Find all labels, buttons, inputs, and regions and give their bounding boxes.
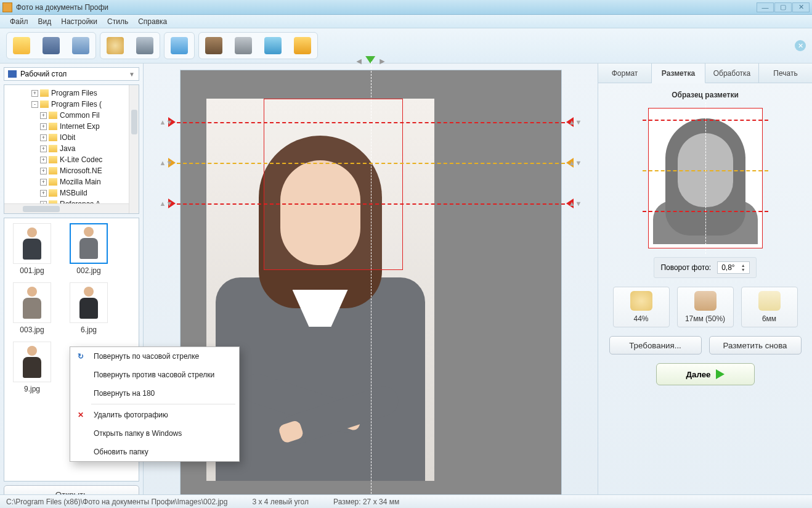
window-controls: — ▢ ✕ xyxy=(757,2,810,12)
tab-print[interactable]: Печать xyxy=(759,63,812,83)
metric-height[interactable]: 17мм (50%) xyxy=(677,287,734,327)
folder-tree[interactable]: +Program Files-Program Files (+Common Fi… xyxy=(4,84,139,214)
spinner-buttons[interactable]: ▲▼ xyxy=(741,263,745,272)
thumbnail-image xyxy=(70,223,108,264)
thumbnail-image xyxy=(13,342,51,382)
tree-label: K-Lite Codec xyxy=(60,155,102,164)
next-button[interactable]: Далее xyxy=(656,363,755,385)
close-button[interactable]: ✕ xyxy=(792,2,810,12)
tree-vscrollbar[interactable] xyxy=(129,85,139,213)
rotate-spinner[interactable]: 0,8° ▲▼ xyxy=(717,261,749,274)
status-path: C:\Program Files (x86)\Фото на документы… xyxy=(6,498,227,506)
help-button[interactable] xyxy=(200,34,227,57)
window-title: Фото на документы Профи xyxy=(16,3,757,12)
camera-button[interactable] xyxy=(131,34,158,57)
toolbar-close-button[interactable]: ✕ xyxy=(795,40,806,51)
thumbnail[interactable]: 002.jpg xyxy=(66,223,112,275)
ctx-rotate-ccw[interactable]: Повернуть против часовой стрелки xyxy=(70,366,239,384)
tree-node[interactable]: +IObit xyxy=(6,132,137,143)
menu-help[interactable]: Справка xyxy=(133,15,172,28)
thumbnail-image xyxy=(70,282,108,323)
tree-toggle[interactable]: + xyxy=(40,145,47,152)
thumbnail-filename: 002.jpg xyxy=(66,266,112,275)
nudge-icon: ▲▼ xyxy=(569,159,582,166)
tree-toggle[interactable]: + xyxy=(40,190,47,197)
tree-toggle[interactable]: + xyxy=(40,112,47,119)
folder-combo[interactable]: Рабочий стол ▼ xyxy=(4,67,139,81)
guide-chin[interactable] xyxy=(177,203,565,205)
menu-settings[interactable]: Настройки xyxy=(56,15,102,28)
thumbnail[interactable]: 6.jpg xyxy=(66,282,112,334)
tree-label: Common Fil xyxy=(60,111,100,120)
tab-processing[interactable]: Обработка xyxy=(705,63,759,83)
folder-icon xyxy=(49,123,57,130)
ctx-rotate-cw[interactable]: ↻ Повернуть по часовой стрелке xyxy=(70,347,239,366)
tree-node[interactable]: +Program Files xyxy=(6,88,137,99)
guide-top[interactable] xyxy=(177,122,565,123)
ctx-open-folder[interactable]: Открыть папку в Windows xyxy=(70,424,239,443)
ctx-refresh[interactable]: Обновить папку xyxy=(70,443,239,461)
maximize-button[interactable]: ▢ xyxy=(774,2,792,12)
rotate-value: 0,8° xyxy=(721,263,734,272)
remark-button[interactable]: Разметить снова xyxy=(709,336,802,354)
nudge-icon: ▲▼ xyxy=(160,118,173,126)
tree-toggle[interactable]: + xyxy=(40,134,47,141)
tree-node[interactable]: +Mozilla Main xyxy=(6,176,137,187)
tree-node[interactable]: +Microsoft.NE xyxy=(6,165,137,176)
thumbnail[interactable]: 003.jpg xyxy=(9,282,55,334)
metric-face-percent[interactable]: 44% xyxy=(613,287,670,327)
nudge-icon: ▲▼ xyxy=(160,200,173,207)
video-button[interactable] xyxy=(230,34,257,57)
menu-view[interactable]: Вид xyxy=(33,15,57,28)
open-file-button[interactable] xyxy=(8,34,35,57)
tree-toggle[interactable]: - xyxy=(31,101,38,108)
ctx-label: Повернуть против часовой стрелки xyxy=(94,371,214,379)
thumbnail[interactable]: 001.jpg xyxy=(9,223,55,275)
menu-style[interactable]: Стиль xyxy=(102,15,133,28)
thumbnail-filename: 6.jpg xyxy=(66,326,112,334)
status-format: 3 x 4 левый угол xyxy=(252,498,309,506)
ctx-delete[interactable]: ✕ Удалить фотографию xyxy=(70,406,239,424)
tree-toggle[interactable]: + xyxy=(40,123,47,130)
print-button[interactable] xyxy=(67,34,94,57)
nudge-icon: ▲▼ xyxy=(569,118,582,126)
home-button[interactable] xyxy=(259,34,286,57)
metric-width[interactable]: 6мм xyxy=(741,287,798,327)
tree-node[interactable]: -Program Files ( xyxy=(6,99,137,110)
crop-rectangle[interactable] xyxy=(264,99,403,270)
tree-label: Mozilla Main xyxy=(60,178,101,186)
app-icon xyxy=(2,2,12,12)
background-button[interactable] xyxy=(166,34,193,57)
minimize-button[interactable]: — xyxy=(757,2,774,12)
tree-node[interactable]: +MSBuild xyxy=(6,187,137,199)
tree-label: Java xyxy=(60,144,75,153)
tree-node[interactable]: +Java xyxy=(6,143,137,154)
ctx-rotate-180[interactable]: Повернуть на 180 xyxy=(70,384,239,403)
save-button[interactable] xyxy=(38,34,65,57)
tab-markup[interactable]: Разметка xyxy=(652,63,705,83)
search-person-button[interactable] xyxy=(102,34,129,57)
tab-format[interactable]: Формат xyxy=(598,63,652,83)
menu-file[interactable]: Файл xyxy=(5,15,33,28)
metrics-row: 44% 17мм (50%) 6мм xyxy=(613,287,798,327)
requirements-button[interactable]: Требования... xyxy=(609,336,702,354)
tree-toggle[interactable]: + xyxy=(31,90,38,97)
ruler-icon xyxy=(694,291,717,311)
tree-hscrollbar[interactable] xyxy=(4,203,129,213)
sample-guide-vertical xyxy=(705,102,706,254)
help-icon xyxy=(205,37,222,54)
tree-node[interactable]: +Common Fil xyxy=(6,110,137,121)
thumbnail[interactable]: 9.jpg xyxy=(9,342,55,393)
cart-button[interactable] xyxy=(289,34,316,57)
ctx-label: Удалить фотографию xyxy=(94,411,168,419)
tree-toggle[interactable]: + xyxy=(40,168,47,174)
tree-toggle[interactable]: + xyxy=(40,157,47,163)
tree-node[interactable]: +Internet Exp xyxy=(6,121,137,132)
folder-icon xyxy=(49,134,57,141)
title-bar: Фото на документы Профи — ▢ ✕ xyxy=(0,0,812,15)
background-icon xyxy=(171,37,188,54)
tree-toggle[interactable]: + xyxy=(40,179,47,186)
tree-node[interactable]: +K-Lite Codec xyxy=(6,154,137,165)
guide-eyes[interactable] xyxy=(177,163,565,164)
toolbar: ✕ xyxy=(0,28,812,63)
